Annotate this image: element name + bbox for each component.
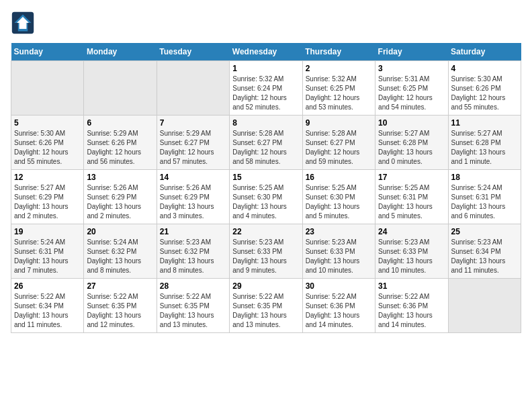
day-number: 14 xyxy=(160,173,226,182)
calendar-cell: 29Sunrise: 5:22 AM Sunset: 6:35 PM Dayli… xyxy=(230,279,302,333)
day-number: 27 xyxy=(87,281,153,291)
calendar-week-3: 12Sunrise: 5:27 AM Sunset: 6:29 PM Dayli… xyxy=(11,170,521,224)
day-detail: Sunrise: 5:25 AM Sunset: 6:30 PM Dayligh… xyxy=(306,183,372,221)
calendar-cell: 26Sunrise: 5:22 AM Sunset: 6:34 PM Dayli… xyxy=(11,279,84,333)
day-number: 29 xyxy=(232,281,299,291)
day-detail: Sunrise: 5:24 AM Sunset: 6:31 PM Dayligh… xyxy=(14,238,81,275)
calendar-cell: 10Sunrise: 5:27 AM Sunset: 6:28 PM Dayli… xyxy=(375,116,448,170)
day-number: 15 xyxy=(232,173,299,182)
day-number: 24 xyxy=(378,227,445,236)
calendar-cell: 24Sunrise: 5:23 AM Sunset: 6:33 PM Dayli… xyxy=(375,224,448,279)
day-number: 10 xyxy=(378,118,445,128)
calendar-cell: 3Sunrise: 5:31 AM Sunset: 6:25 PM Daylig… xyxy=(375,61,448,116)
day-number: 16 xyxy=(306,173,372,182)
calendar-cell: 8Sunrise: 5:28 AM Sunset: 6:27 PM Daylig… xyxy=(230,116,302,170)
calendar-table: SundayMondayTuesdayWednesdayThursdayFrid… xyxy=(11,43,521,333)
calendar-cell: 30Sunrise: 5:22 AM Sunset: 6:36 PM Dayli… xyxy=(302,279,375,333)
calendar-cell: 2Sunrise: 5:32 AM Sunset: 6:25 PM Daylig… xyxy=(302,61,375,116)
calendar-cell: 4Sunrise: 5:30 AM Sunset: 6:26 PM Daylig… xyxy=(448,61,521,116)
day-detail: Sunrise: 5:23 AM Sunset: 6:33 PM Dayligh… xyxy=(378,238,445,275)
calendar-cell: 28Sunrise: 5:22 AM Sunset: 6:35 PM Dayli… xyxy=(157,279,229,333)
day-detail: Sunrise: 5:31 AM Sunset: 6:25 PM Dayligh… xyxy=(378,75,445,112)
day-number: 7 xyxy=(160,118,226,128)
day-number: 25 xyxy=(451,227,518,236)
day-detail: Sunrise: 5:22 AM Sunset: 6:35 PM Dayligh… xyxy=(87,292,153,330)
day-detail: Sunrise: 5:22 AM Sunset: 6:36 PM Dayligh… xyxy=(306,292,372,330)
day-detail: Sunrise: 5:25 AM Sunset: 6:30 PM Dayligh… xyxy=(232,183,299,221)
calendar-cell: 16Sunrise: 5:25 AM Sunset: 6:30 PM Dayli… xyxy=(302,170,375,224)
calendar-cell: 11Sunrise: 5:27 AM Sunset: 6:28 PM Dayli… xyxy=(448,116,521,170)
day-detail: Sunrise: 5:29 AM Sunset: 6:26 PM Dayligh… xyxy=(87,129,153,167)
day-number: 5 xyxy=(14,118,81,128)
weekday-header-friday: Friday xyxy=(375,43,448,61)
weekday-header-thursday: Thursday xyxy=(302,43,375,61)
day-number: 17 xyxy=(378,173,445,182)
calendar-header-row: SundayMondayTuesdayWednesdayThursdayFrid… xyxy=(11,43,521,61)
calendar-cell: 22Sunrise: 5:23 AM Sunset: 6:33 PM Dayli… xyxy=(230,224,302,279)
calendar-cell: 6Sunrise: 5:29 AM Sunset: 6:26 PM Daylig… xyxy=(84,116,157,170)
calendar-week-4: 19Sunrise: 5:24 AM Sunset: 6:31 PM Dayli… xyxy=(11,224,521,279)
weekday-header-saturday: Saturday xyxy=(448,43,521,61)
calendar-cell: 15Sunrise: 5:25 AM Sunset: 6:30 PM Dayli… xyxy=(230,170,302,224)
day-number: 3 xyxy=(378,64,445,73)
calendar-cell: 1Sunrise: 5:32 AM Sunset: 6:24 PM Daylig… xyxy=(230,61,302,116)
day-number: 2 xyxy=(306,64,372,73)
day-number: 21 xyxy=(160,227,226,236)
day-detail: Sunrise: 5:28 AM Sunset: 6:27 PM Dayligh… xyxy=(306,129,372,167)
calendar-cell: 7Sunrise: 5:29 AM Sunset: 6:27 PM Daylig… xyxy=(157,116,229,170)
day-detail: Sunrise: 5:23 AM Sunset: 6:33 PM Dayligh… xyxy=(232,238,299,275)
day-detail: Sunrise: 5:22 AM Sunset: 6:35 PM Dayligh… xyxy=(232,292,299,330)
day-number: 18 xyxy=(451,173,518,182)
day-number: 9 xyxy=(306,118,372,128)
day-detail: Sunrise: 5:32 AM Sunset: 6:25 PM Dayligh… xyxy=(306,75,372,112)
day-number: 20 xyxy=(87,227,153,236)
day-number: 6 xyxy=(87,118,153,128)
calendar-cell: 27Sunrise: 5:22 AM Sunset: 6:35 PM Dayli… xyxy=(84,279,157,333)
day-number: 12 xyxy=(14,173,81,182)
day-number: 30 xyxy=(306,281,372,291)
day-number: 4 xyxy=(451,64,518,73)
day-detail: Sunrise: 5:24 AM Sunset: 6:32 PM Dayligh… xyxy=(87,238,153,275)
calendar-cell xyxy=(84,61,157,116)
calendar-cell: 31Sunrise: 5:22 AM Sunset: 6:36 PM Dayli… xyxy=(375,279,448,333)
day-detail: Sunrise: 5:30 AM Sunset: 6:26 PM Dayligh… xyxy=(451,75,518,112)
calendar-cell: 18Sunrise: 5:24 AM Sunset: 6:31 PM Dayli… xyxy=(448,170,521,224)
day-number: 26 xyxy=(14,281,81,291)
day-number: 22 xyxy=(232,227,299,236)
calendar-cell xyxy=(157,61,229,116)
day-detail: Sunrise: 5:27 AM Sunset: 6:29 PM Dayligh… xyxy=(14,183,81,221)
calendar-cell: 19Sunrise: 5:24 AM Sunset: 6:31 PM Dayli… xyxy=(11,224,84,279)
day-detail: Sunrise: 5:26 AM Sunset: 6:29 PM Dayligh… xyxy=(87,183,153,221)
calendar-cell: 17Sunrise: 5:25 AM Sunset: 6:31 PM Dayli… xyxy=(375,170,448,224)
day-number: 1 xyxy=(232,64,299,73)
day-detail: Sunrise: 5:29 AM Sunset: 6:27 PM Dayligh… xyxy=(160,129,226,167)
weekday-header-wednesday: Wednesday xyxy=(230,43,302,61)
day-detail: Sunrise: 5:25 AM Sunset: 6:31 PM Dayligh… xyxy=(378,183,445,221)
day-detail: Sunrise: 5:26 AM Sunset: 6:29 PM Dayligh… xyxy=(160,183,226,221)
day-detail: Sunrise: 5:23 AM Sunset: 6:32 PM Dayligh… xyxy=(160,238,226,275)
calendar-cell xyxy=(11,61,84,116)
calendar-cell: 25Sunrise: 5:23 AM Sunset: 6:34 PM Dayli… xyxy=(448,224,521,279)
calendar-cell: 13Sunrise: 5:26 AM Sunset: 6:29 PM Dayli… xyxy=(84,170,157,224)
calendar-cell: 23Sunrise: 5:23 AM Sunset: 6:33 PM Dayli… xyxy=(302,224,375,279)
calendar-cell: 20Sunrise: 5:24 AM Sunset: 6:32 PM Dayli… xyxy=(84,224,157,279)
day-number: 8 xyxy=(232,118,299,128)
day-number: 13 xyxy=(87,173,153,182)
day-detail: Sunrise: 5:22 AM Sunset: 6:36 PM Dayligh… xyxy=(378,292,445,330)
weekday-header-sunday: Sunday xyxy=(11,43,84,61)
day-number: 11 xyxy=(451,118,518,128)
calendar-cell: 12Sunrise: 5:27 AM Sunset: 6:29 PM Dayli… xyxy=(11,170,84,224)
calendar-cell: 21Sunrise: 5:23 AM Sunset: 6:32 PM Dayli… xyxy=(157,224,229,279)
day-detail: Sunrise: 5:23 AM Sunset: 6:33 PM Dayligh… xyxy=(306,238,372,275)
calendar-cell: 9Sunrise: 5:28 AM Sunset: 6:27 PM Daylig… xyxy=(302,116,375,170)
weekday-header-tuesday: Tuesday xyxy=(157,43,229,61)
day-detail: Sunrise: 5:27 AM Sunset: 6:28 PM Dayligh… xyxy=(378,129,445,167)
day-detail: Sunrise: 5:28 AM Sunset: 6:27 PM Dayligh… xyxy=(232,129,299,167)
calendar-week-2: 5Sunrise: 5:30 AM Sunset: 6:26 PM Daylig… xyxy=(11,116,521,170)
day-detail: Sunrise: 5:22 AM Sunset: 6:35 PM Dayligh… xyxy=(160,292,226,330)
day-number: 19 xyxy=(14,227,81,236)
calendar-cell: 14Sunrise: 5:26 AM Sunset: 6:29 PM Dayli… xyxy=(157,170,229,224)
day-detail: Sunrise: 5:27 AM Sunset: 6:28 PM Dayligh… xyxy=(451,129,518,167)
day-number: 28 xyxy=(160,281,226,291)
weekday-header-monday: Monday xyxy=(84,43,157,61)
